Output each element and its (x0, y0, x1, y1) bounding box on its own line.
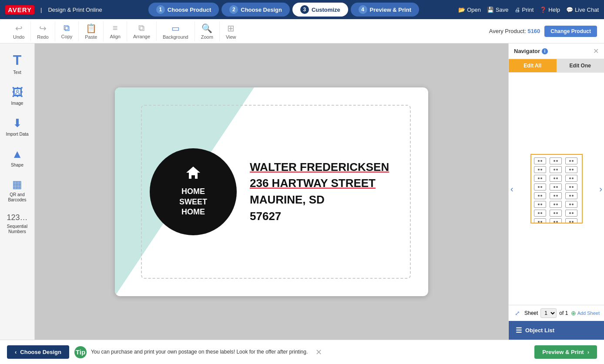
print-icon: 🖨 (515, 7, 520, 13)
avery-logo: AVERY | Design & Print Online (5, 5, 102, 14)
sheet-label-cell (534, 218, 546, 224)
expand-icon[interactable]: ⤢ (513, 308, 522, 318)
zoom-icon: 🔍 (201, 23, 212, 33)
step-num-4: 4 (359, 5, 367, 14)
sidebar-tool-qr[interactable]: ▦ QR and Barcodes (0, 174, 34, 207)
of-label-text: of 1 (559, 310, 568, 316)
canvas-area: HOME SWEET HOME WALTER FREDERICKSEN 236 … (35, 43, 508, 340)
next-sheet-arrow[interactable]: › (599, 184, 602, 194)
sheet-label-cell (550, 201, 562, 208)
help-action[interactable]: ❓ Help (540, 7, 560, 13)
product-info: Avery Product: 5160 Change Product (489, 26, 597, 37)
avery-brand: AVERY (5, 5, 34, 14)
choose-design-button[interactable]: ‹ Choose Design (7, 345, 69, 359)
sheet-label-cell (534, 184, 546, 190)
sidebar-tool-shape[interactable]: ▲ Shape (0, 143, 34, 172)
step-label-4: Preview & Print (370, 7, 411, 13)
sheet-preview: ‹ (509, 73, 604, 305)
live-chat-action[interactable]: 💬 Live Chat (566, 7, 599, 13)
change-product-button[interactable]: Change Product (544, 26, 597, 37)
top-right-actions: 📂 Open 💾 Save 🖨 Print ❓ Help 💬 Live Chat (458, 7, 599, 13)
view-button[interactable]: ⊞ View (220, 21, 242, 41)
copy-button[interactable]: ⧉ Copy (55, 21, 79, 41)
left-sidebar: T Text 🖼 Image ⬇ Import Data ▲ Shape ▦ Q… (0, 43, 35, 340)
preview-print-button[interactable]: Preview & Print › (534, 345, 597, 359)
bottom-bar: ‹ Choose Design Tip You can purchase and… (0, 340, 604, 364)
home-sweet-home-text: HOME SWEET HOME (179, 187, 207, 217)
info-icon[interactable]: i (542, 48, 548, 54)
object-list-button[interactable]: ☰ Object List (509, 321, 604, 340)
background-button[interactable]: ▭ Background (157, 21, 195, 41)
step-customize[interactable]: 3 Customize (292, 3, 348, 17)
sheet-label-cell (550, 184, 562, 190)
tip-text: You can purchase and print your own post… (91, 348, 308, 356)
step-preview-print[interactable]: 4 Preview & Print (351, 3, 419, 17)
top-navigation: AVERY | Design & Print Online 1 Choose P… (0, 0, 604, 19)
copy-icon: ⧉ (64, 23, 70, 33)
tip-close-icon[interactable]: ✕ (315, 347, 322, 357)
sheet-label-cell (565, 201, 577, 208)
edit-one-button[interactable]: Edit One (557, 59, 604, 72)
shape-label: Shape (11, 163, 23, 168)
house-icon (185, 166, 201, 183)
sheet-label-cell (534, 157, 546, 164)
print-action[interactable]: 🖨 Print (515, 7, 534, 13)
edit-all-button[interactable]: Edit All (509, 59, 557, 72)
view-icon: ⊞ (227, 23, 235, 33)
align-button[interactable]: ≡ Align (104, 21, 127, 41)
seq-icon: 123… (7, 213, 27, 222)
zoom-button[interactable]: 🔍 Zoom (195, 21, 220, 41)
sheet-label-cell (550, 192, 562, 199)
address-line-3: MAURINE, SD (250, 192, 389, 208)
chat-icon: 💬 (566, 7, 573, 13)
sheet-label-cell (534, 166, 546, 173)
add-sheet-button[interactable]: ⊕ Add Sheet (571, 310, 600, 317)
sidebar-tool-sequential[interactable]: 123… Sequential Numbers (0, 209, 34, 239)
sheet-label-cell (550, 157, 562, 164)
text-icon: T (13, 52, 22, 68)
step-choose-design[interactable]: 2 Choose Design (221, 3, 290, 17)
add-sheet-icon: ⊕ (571, 310, 576, 317)
edit-toggle: Edit All Edit One (509, 59, 604, 73)
arrange-button[interactable]: ⧉ Arrange (127, 21, 157, 41)
sheet-label-cell (550, 166, 562, 173)
close-navigator-icon[interactable]: ✕ (593, 47, 599, 55)
sheet-thumbnail[interactable] (530, 154, 583, 224)
circle-logo[interactable]: HOME SWEET HOME (150, 148, 237, 235)
qr-icon: ▦ (12, 178, 22, 190)
nav-divider: | (40, 7, 42, 13)
align-icon: ≡ (113, 23, 118, 33)
redo-button[interactable]: ↪ Redo (31, 21, 55, 41)
toolbar-group: ↩ Undo ↪ Redo ⧉ Copy 📋 Paste ≡ Align ⧉ A… (7, 21, 242, 41)
import-icon: ⬇ (13, 117, 22, 130)
save-action[interactable]: 💾 Save (487, 7, 509, 13)
navigator-title: Navigator i (514, 48, 548, 54)
product-number: 5160 (527, 28, 540, 34)
sheet-label-cell (534, 175, 546, 182)
sheet-label-cell (565, 166, 577, 173)
undo-button[interactable]: ↩ Undo (7, 21, 31, 41)
address-line-2: 236 HARTWAY STREET (250, 175, 389, 192)
label-canvas[interactable]: HOME SWEET HOME WALTER FREDERICKSEN 236 … (115, 87, 428, 296)
app-name: Design & Print Online (48, 7, 102, 13)
sheet-label-cell (534, 210, 546, 217)
step-choose-product[interactable]: 1 Choose Product (148, 3, 219, 17)
seq-label: Sequential Numbers (3, 224, 32, 234)
address-line-4: 57627 (250, 208, 389, 224)
sidebar-tool-import[interactable]: ⬇ Import Data (0, 112, 34, 141)
list-icon: ☰ (516, 326, 522, 334)
sidebar-tool-text[interactable]: T Text (0, 48, 34, 80)
background-icon: ▭ (171, 23, 180, 33)
toolbar: ↩ Undo ↪ Redo ⧉ Copy 📋 Paste ≡ Align ⧉ A… (0, 19, 604, 43)
sheet-select[interactable]: 1 (540, 308, 557, 318)
step-num-2: 2 (229, 5, 238, 14)
sheet-label-cell (550, 210, 562, 217)
paste-button[interactable]: 📋 Paste (79, 21, 104, 41)
step-num-3: 3 (300, 5, 309, 14)
prev-sheet-arrow[interactable]: ‹ (510, 184, 513, 194)
tip-icon: Tip (74, 346, 87, 358)
open-action[interactable]: 📂 Open (458, 7, 481, 13)
arrange-icon: ⧉ (138, 23, 144, 33)
sidebar-tool-image[interactable]: 🖼 Image (0, 81, 34, 110)
address-text[interactable]: WALTER FREDERICKSEN 236 HARTWAY STREET M… (250, 159, 389, 224)
